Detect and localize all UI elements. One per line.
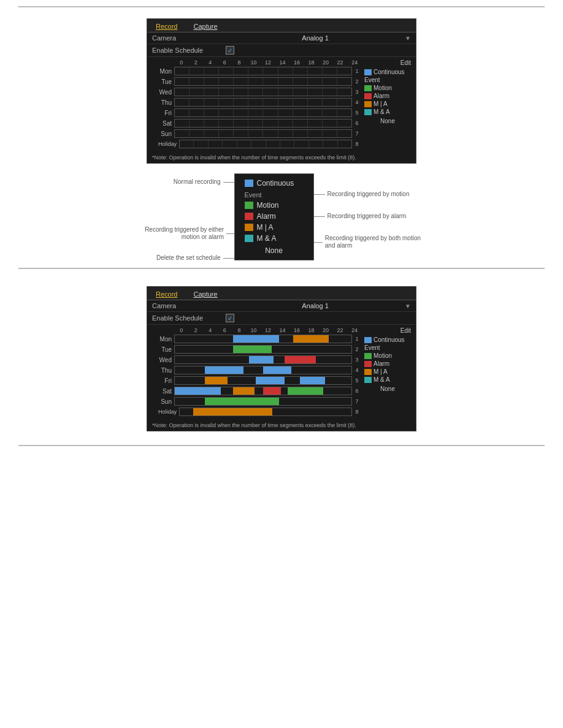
cell[interactable] — [190, 78, 204, 85]
cell[interactable] — [194, 140, 208, 148]
cell[interactable] — [175, 119, 190, 127]
cell[interactable] — [263, 130, 278, 137]
edit-label-1[interactable]: Edit — [364, 59, 411, 66]
cell[interactable] — [293, 109, 308, 116]
cell[interactable] — [323, 88, 337, 96]
lp-none[interactable]: None — [245, 246, 304, 255]
cell[interactable] — [209, 140, 223, 148]
cell[interactable] — [278, 99, 293, 106]
cell[interactable] — [308, 99, 323, 106]
cell[interactable] — [278, 88, 293, 96]
lp-manda[interactable]: M & A — [245, 234, 304, 243]
cell[interactable] — [219, 67, 234, 75]
cell[interactable] — [248, 119, 263, 127]
legend-alarm-2[interactable]: Alarm — [364, 360, 411, 367]
cell[interactable] — [175, 99, 190, 106]
lp-motion[interactable]: Motion — [245, 201, 304, 210]
legend-manda-2[interactable]: M & A — [364, 376, 411, 383]
edit-label-2[interactable]: Edit — [364, 327, 411, 334]
cell[interactable] — [308, 67, 323, 75]
cell[interactable] — [219, 99, 234, 106]
cell[interactable] — [219, 109, 234, 116]
grid-mon-2[interactable] — [174, 335, 352, 343]
cell[interactable] — [204, 109, 219, 116]
cell[interactable] — [308, 88, 323, 96]
cell[interactable] — [323, 78, 337, 85]
cell[interactable] — [248, 78, 263, 85]
cell[interactable] — [234, 88, 248, 96]
camera-dropdown-arrow-1[interactable]: ▼ — [405, 35, 411, 42]
cell[interactable] — [234, 119, 248, 127]
cell[interactable] — [323, 67, 337, 75]
cell[interactable] — [293, 78, 308, 85]
cell[interactable] — [180, 140, 194, 148]
grid-tue-2[interactable] — [174, 345, 352, 354]
cell[interactable] — [278, 130, 293, 137]
cell[interactable] — [263, 119, 278, 127]
grid-sun-1[interactable] — [174, 129, 352, 138]
cell[interactable] — [204, 99, 219, 106]
cell[interactable] — [175, 67, 190, 75]
cell[interactable] — [190, 109, 204, 116]
cell[interactable] — [323, 119, 337, 127]
lp-continuous[interactable]: Continuous — [245, 179, 304, 188]
cell[interactable] — [190, 99, 204, 106]
cell[interactable] — [204, 78, 219, 85]
legend-manda-1[interactable]: M & A — [364, 108, 411, 115]
legend-continuous-2[interactable]: Continuous — [364, 336, 411, 343]
cell[interactable] — [278, 119, 293, 127]
cell[interactable] — [251, 140, 266, 148]
cell[interactable] — [308, 130, 323, 137]
cell[interactable] — [204, 88, 219, 96]
cell[interactable] — [263, 109, 278, 116]
cell[interactable] — [234, 130, 248, 137]
tab-capture-2[interactable]: Capture — [188, 289, 222, 300]
cell[interactable] — [280, 140, 294, 148]
cell[interactable] — [237, 140, 251, 148]
cell[interactable] — [234, 78, 248, 85]
legend-continuous-1[interactable]: Continuous — [364, 69, 411, 75]
cell[interactable] — [248, 99, 263, 106]
legend-none-1[interactable]: None — [364, 118, 411, 124]
cell[interactable] — [190, 67, 204, 75]
cell[interactable] — [308, 109, 323, 116]
cell[interactable] — [323, 99, 337, 106]
grid-holiday-1[interactable] — [179, 140, 352, 148]
cell[interactable] — [308, 78, 323, 85]
camera-dropdown-arrow-2[interactable]: ▼ — [405, 303, 411, 309]
grid-sat-1[interactable] — [174, 119, 352, 127]
cell[interactable] — [309, 140, 323, 148]
cell[interactable] — [278, 78, 293, 85]
cell[interactable] — [323, 109, 337, 116]
cell[interactable] — [248, 109, 263, 116]
grid-mon-1[interactable] — [174, 67, 352, 75]
grid-tue-1[interactable] — [174, 77, 352, 86]
cell[interactable] — [337, 109, 351, 116]
cell[interactable] — [190, 130, 204, 137]
cell[interactable] — [175, 109, 190, 116]
grid-thu-2[interactable] — [174, 366, 352, 374]
cell[interactable] — [248, 67, 263, 75]
cell[interactable] — [278, 67, 293, 75]
grid-fri-1[interactable] — [174, 108, 352, 117]
cell[interactable] — [337, 88, 351, 96]
cell[interactable] — [204, 67, 219, 75]
cell[interactable] — [293, 130, 308, 137]
cell[interactable] — [248, 130, 263, 137]
cell[interactable] — [234, 67, 248, 75]
legend-alarm-1[interactable]: Alarm — [364, 93, 411, 99]
tab-capture-1[interactable]: Capture — [188, 21, 222, 32]
cell[interactable] — [263, 78, 278, 85]
cell[interactable] — [204, 119, 219, 127]
cell[interactable] — [234, 99, 248, 106]
grid-sat-2[interactable] — [174, 387, 352, 395]
cell[interactable] — [234, 109, 248, 116]
cell[interactable] — [293, 99, 308, 106]
legend-motion-2[interactable]: Motion — [364, 352, 411, 359]
grid-fri-2[interactable] — [174, 376, 352, 385]
cell[interactable] — [308, 119, 323, 127]
cell[interactable] — [175, 78, 190, 85]
cell[interactable] — [263, 67, 278, 75]
cell[interactable] — [219, 88, 234, 96]
tab-record-1[interactable]: Record — [151, 21, 182, 32]
